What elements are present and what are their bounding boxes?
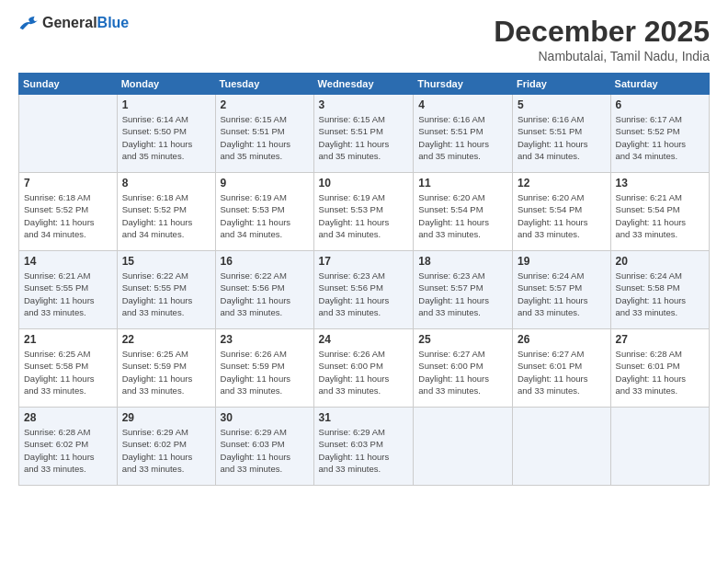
table-row: 24Sunrise: 6:26 AM Sunset: 6:00 PM Dayli… — [313, 329, 414, 408]
table-row: 23Sunrise: 6:26 AM Sunset: 5:59 PM Dayli… — [215, 329, 313, 408]
day-number: 30 — [221, 411, 309, 424]
table-row: 14Sunrise: 6:21 AM Sunset: 5:55 PM Dayli… — [19, 251, 118, 329]
day-info: Sunrise: 6:22 AM Sunset: 5:55 PM Dayligh… — [122, 270, 210, 318]
col-sunday: Sunday — [19, 74, 118, 95]
table-row: 16Sunrise: 6:22 AM Sunset: 5:56 PM Dayli… — [215, 251, 313, 329]
table-row: 8Sunrise: 6:18 AM Sunset: 5:52 PM Daylig… — [117, 173, 215, 251]
day-number: 24 — [319, 333, 409, 346]
calendar-week-row: 21Sunrise: 6:25 AM Sunset: 5:58 PM Dayli… — [19, 329, 710, 408]
day-number: 14 — [24, 255, 112, 268]
col-friday: Friday — [512, 74, 610, 95]
day-info: Sunrise: 6:27 AM Sunset: 6:01 PM Dayligh… — [518, 348, 606, 396]
day-number: 16 — [221, 255, 309, 268]
day-number: 10 — [319, 177, 409, 190]
day-info: Sunrise: 6:20 AM Sunset: 5:54 PM Dayligh… — [518, 191, 606, 240]
table-row: 18Sunrise: 6:23 AM Sunset: 5:57 PM Dayli… — [414, 251, 513, 329]
logo-blue: Blue — [97, 15, 130, 30]
title-block: December 2025 Nambutalai, Tamil Nadu, In… — [494, 15, 710, 63]
table-row: 5Sunrise: 6:16 AM Sunset: 5:51 PM Daylig… — [512, 95, 610, 173]
day-number: 19 — [518, 255, 606, 268]
day-number: 27 — [616, 333, 704, 346]
table-row — [512, 408, 610, 486]
location-subtitle: Nambutalai, Tamil Nadu, India — [494, 49, 710, 63]
day-info: Sunrise: 6:16 AM Sunset: 5:51 PM Dayligh… — [418, 113, 507, 162]
calendar-week-row: 28Sunrise: 6:28 AM Sunset: 6:02 PM Dayli… — [19, 408, 710, 486]
calendar-week-row: 7Sunrise: 6:18 AM Sunset: 5:52 PM Daylig… — [19, 173, 710, 251]
day-info: Sunrise: 6:28 AM Sunset: 6:02 PM Dayligh… — [24, 426, 112, 475]
table-row: 3Sunrise: 6:15 AM Sunset: 5:51 PM Daylig… — [313, 95, 414, 173]
table-row: 17Sunrise: 6:23 AM Sunset: 5:56 PM Dayli… — [313, 251, 414, 329]
day-info: Sunrise: 6:25 AM Sunset: 5:58 PM Dayligh… — [24, 348, 112, 396]
calendar-table: Sunday Monday Tuesday Wednesday Thursday… — [18, 73, 710, 486]
table-row — [610, 408, 709, 486]
day-number: 22 — [122, 333, 210, 346]
table-row: 28Sunrise: 6:28 AM Sunset: 6:02 PM Dayli… — [19, 408, 118, 486]
day-number: 23 — [221, 333, 309, 346]
day-info: Sunrise: 6:20 AM Sunset: 5:54 PM Dayligh… — [418, 191, 507, 240]
table-row: 21Sunrise: 6:25 AM Sunset: 5:58 PM Dayli… — [19, 329, 118, 408]
table-row: 25Sunrise: 6:27 AM Sunset: 6:00 PM Dayli… — [414, 329, 513, 408]
table-row: 2Sunrise: 6:15 AM Sunset: 5:51 PM Daylig… — [215, 95, 313, 173]
day-info: Sunrise: 6:28 AM Sunset: 6:01 PM Dayligh… — [616, 348, 704, 396]
col-saturday: Saturday — [610, 74, 709, 95]
table-row: 10Sunrise: 6:19 AM Sunset: 5:53 PM Dayli… — [313, 173, 414, 251]
day-info: Sunrise: 6:18 AM Sunset: 5:52 PM Dayligh… — [24, 191, 112, 240]
day-number: 29 — [122, 411, 210, 424]
col-wednesday: Wednesday — [313, 74, 414, 95]
day-info: Sunrise: 6:18 AM Sunset: 5:52 PM Dayligh… — [122, 191, 210, 240]
table-row: 20Sunrise: 6:24 AM Sunset: 5:58 PM Dayli… — [610, 251, 709, 329]
day-info: Sunrise: 6:19 AM Sunset: 5:53 PM Dayligh… — [221, 191, 309, 240]
table-row: 13Sunrise: 6:21 AM Sunset: 5:54 PM Dayli… — [610, 173, 709, 251]
table-row: 22Sunrise: 6:25 AM Sunset: 5:59 PM Dayli… — [117, 329, 215, 408]
col-thursday: Thursday — [414, 74, 513, 95]
day-number: 2 — [221, 98, 309, 111]
day-info: Sunrise: 6:16 AM Sunset: 5:51 PM Dayligh… — [518, 113, 606, 162]
day-number: 28 — [24, 411, 112, 424]
day-number: 20 — [616, 255, 704, 268]
day-number: 15 — [122, 255, 210, 268]
day-number: 8 — [122, 177, 210, 190]
day-info: Sunrise: 6:21 AM Sunset: 5:54 PM Dayligh… — [616, 191, 704, 240]
col-monday: Monday — [117, 74, 215, 95]
day-number: 31 — [319, 411, 409, 424]
day-info: Sunrise: 6:17 AM Sunset: 5:52 PM Dayligh… — [616, 113, 704, 162]
table-row: 7Sunrise: 6:18 AM Sunset: 5:52 PM Daylig… — [19, 173, 118, 251]
day-info: Sunrise: 6:15 AM Sunset: 5:51 PM Dayligh… — [319, 113, 409, 162]
day-info: Sunrise: 6:22 AM Sunset: 5:56 PM Dayligh… — [221, 270, 309, 318]
day-number: 12 — [518, 177, 606, 190]
table-row: 12Sunrise: 6:20 AM Sunset: 5:54 PM Dayli… — [512, 173, 610, 251]
table-row: 29Sunrise: 6:29 AM Sunset: 6:02 PM Dayli… — [117, 408, 215, 486]
day-number: 4 — [418, 98, 507, 111]
day-number: 1 — [122, 98, 210, 111]
logo: GeneralBlue — [18, 15, 129, 31]
header: GeneralBlue December 2025 Nambutalai, Ta… — [18, 15, 710, 63]
table-row: 30Sunrise: 6:29 AM Sunset: 6:03 PM Dayli… — [215, 408, 313, 486]
day-number: 11 — [418, 177, 507, 190]
day-number: 13 — [616, 177, 704, 190]
day-info: Sunrise: 6:24 AM Sunset: 5:58 PM Dayligh… — [616, 270, 704, 318]
col-tuesday: Tuesday — [215, 74, 313, 95]
table-row: 11Sunrise: 6:20 AM Sunset: 5:54 PM Dayli… — [414, 173, 513, 251]
day-info: Sunrise: 6:23 AM Sunset: 5:57 PM Dayligh… — [418, 270, 507, 318]
day-info: Sunrise: 6:25 AM Sunset: 5:59 PM Dayligh… — [122, 348, 210, 396]
table-row — [19, 95, 118, 173]
day-number: 26 — [518, 333, 606, 346]
day-number: 3 — [319, 98, 409, 111]
day-info: Sunrise: 6:27 AM Sunset: 6:00 PM Dayligh… — [418, 348, 507, 396]
table-row: 26Sunrise: 6:27 AM Sunset: 6:01 PM Dayli… — [512, 329, 610, 408]
day-info: Sunrise: 6:26 AM Sunset: 6:00 PM Dayligh… — [319, 348, 409, 396]
table-row: 27Sunrise: 6:28 AM Sunset: 6:01 PM Dayli… — [610, 329, 709, 408]
day-number: 7 — [24, 177, 112, 190]
day-info: Sunrise: 6:21 AM Sunset: 5:55 PM Dayligh… — [24, 270, 112, 318]
table-row: 19Sunrise: 6:24 AM Sunset: 5:57 PM Dayli… — [512, 251, 610, 329]
calendar-week-row: 1Sunrise: 6:14 AM Sunset: 5:50 PM Daylig… — [19, 95, 710, 173]
day-info: Sunrise: 6:26 AM Sunset: 5:59 PM Dayligh… — [221, 348, 309, 396]
calendar-header-row: Sunday Monday Tuesday Wednesday Thursday… — [19, 74, 710, 95]
month-title: December 2025 — [494, 15, 710, 49]
logo-general: General — [42, 15, 97, 30]
table-row: 31Sunrise: 6:29 AM Sunset: 6:03 PM Dayli… — [313, 408, 414, 486]
day-info: Sunrise: 6:29 AM Sunset: 6:03 PM Dayligh… — [319, 426, 409, 475]
table-row: 9Sunrise: 6:19 AM Sunset: 5:53 PM Daylig… — [215, 173, 313, 251]
day-info: Sunrise: 6:14 AM Sunset: 5:50 PM Dayligh… — [122, 113, 210, 162]
day-number: 21 — [24, 333, 112, 346]
